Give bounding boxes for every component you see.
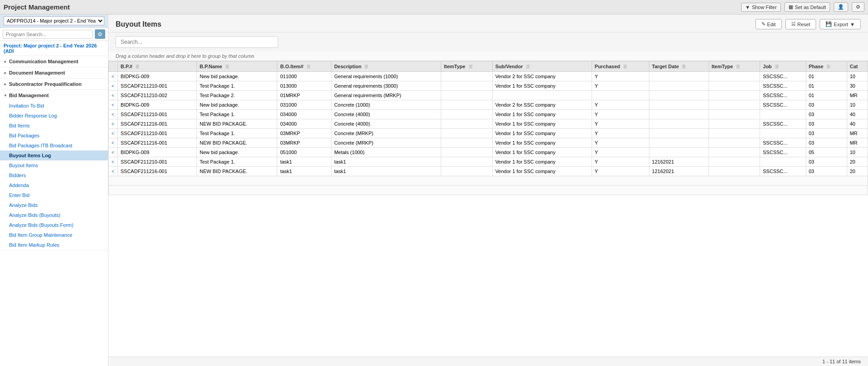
- row-toggle[interactable]: <: [109, 148, 118, 157]
- cell-item-type: [441, 91, 492, 100]
- sidebar-item-addenda[interactable]: Addenda: [0, 180, 108, 190]
- nav-section-header-bid-management[interactable]: ▼ Bid Management: [0, 90, 108, 101]
- sidebar-item-invitation-to-bid[interactable]: Invitation To Bid: [0, 101, 108, 111]
- col-separator[interactable]: ☰: [775, 65, 779, 69]
- cell-cat: 40: [847, 119, 868, 129]
- row-toggle[interactable]: <: [109, 157, 118, 167]
- col-separator[interactable]: ☰: [682, 65, 686, 69]
- show-filter-button[interactable]: ▼ Show Filter: [741, 3, 781, 12]
- nav-section-document: ► Document Management: [0, 67, 108, 79]
- sidebar-item-bid-items[interactable]: Bid Items: [0, 121, 108, 131]
- row-toggle[interactable]: <: [109, 138, 118, 148]
- cell-bo-item: task1: [277, 157, 331, 167]
- search-gear-button[interactable]: ⚙: [95, 29, 105, 39]
- table-row[interactable]: < SSCADF211210-001 Test Package 1. task1…: [109, 157, 868, 167]
- cell-bo-item: 011000: [277, 72, 331, 81]
- cell-bp-num: SSCADF211216-001: [118, 138, 197, 148]
- nav-section-header-subcontractor[interactable]: ► Subcontractor Prequalification: [0, 79, 108, 89]
- col-separator[interactable]: ☰: [135, 65, 139, 69]
- table-row[interactable]: < SSCADF211216-001 NEW BID PACKAGE. task…: [109, 167, 868, 176]
- sidebar-item-bidders[interactable]: Bidders: [0, 170, 108, 180]
- cell-item-type: [441, 100, 492, 110]
- sidebar-item-analyze-bids-buyouts[interactable]: Analyze Bids (Buyouts): [0, 210, 108, 220]
- cell-target-date: [649, 119, 709, 129]
- cell-target-date: [649, 100, 709, 110]
- table-row[interactable]: < SSCADF211216-001 NEW BID PACKAGE. 03MR…: [109, 138, 868, 148]
- reset-button[interactable]: ☵ Reset: [785, 19, 817, 29]
- col-separator[interactable]: ☰: [364, 65, 368, 69]
- sidebar-item-analyze-bids-buyouts-form[interactable]: Analyze Bids (Buyouts Form): [0, 220, 108, 230]
- sidebar-item-buyout-items[interactable]: Buyout Items: [0, 160, 108, 170]
- table-row[interactable]: < BIDPKG-009 New bid package. 031000 Con…: [109, 100, 868, 110]
- cell-item-type2: [709, 148, 760, 157]
- sidebar-item-analyze-bids[interactable]: Analyze Bids: [0, 200, 108, 210]
- cell-bp-num: BIDPKG-009: [118, 148, 197, 157]
- app-title: Project Management: [4, 3, 70, 11]
- export-chevron-icon: ▼: [850, 22, 855, 27]
- table-row[interactable]: < BIDPKG-009 New bid package. 011000 Gen…: [109, 72, 868, 81]
- row-toggle[interactable]: <: [109, 91, 118, 100]
- cell-item-type: [441, 167, 492, 176]
- search-input[interactable]: [3, 30, 93, 39]
- project-label: Project: Major project 2 - End Year 2026…: [0, 41, 108, 56]
- cell-bp-num: BIDPKG-009: [118, 72, 197, 81]
- sidebar-item-enter-bid[interactable]: Enter Bid: [0, 190, 108, 200]
- col-item-type: ItemType ☰: [441, 61, 492, 72]
- table-row[interactable]: < BIDPKG-009 New bid package. 051000 Met…: [109, 148, 868, 157]
- status-footer: 1 - 11 of 11 items: [108, 357, 868, 366]
- col-separator[interactable]: ☰: [526, 65, 530, 69]
- row-toggle[interactable]: <: [109, 100, 118, 110]
- project-select[interactable]: ADFPROJ14 - Major project 2 - End Year 2…: [4, 16, 104, 25]
- table-row[interactable]: < SSCADF211210-001 Test Package 1. 03400…: [109, 110, 868, 119]
- table-row[interactable]: < SSCADF211210-001 Test Package 1. 03MRK…: [109, 129, 868, 138]
- sidebar-item-bid-item-group-maintenance[interactable]: Bid Item Group Maintenance: [0, 230, 108, 240]
- col-separator[interactable]: ☰: [736, 65, 740, 69]
- cell-purchased: Y: [592, 72, 649, 81]
- sidebar-item-bid-packages[interactable]: Bid Packages: [0, 131, 108, 141]
- cell-cat: MR: [847, 138, 868, 148]
- table-row[interactable]: < SSCADF211210-001 Test Package 1. 01300…: [109, 81, 868, 91]
- user-icon-button[interactable]: 👤: [834, 2, 848, 12]
- table-search-input[interactable]: [116, 36, 278, 48]
- cell-bo-item: 034000: [277, 119, 331, 129]
- row-toggle[interactable]: <: [109, 129, 118, 138]
- col-separator[interactable]: ☰: [469, 65, 472, 69]
- nav-section-header-document[interactable]: ► Document Management: [0, 67, 108, 78]
- cell-item-type: [441, 72, 492, 81]
- col-separator[interactable]: ☰: [826, 65, 830, 69]
- cell-cat: 10: [847, 100, 868, 110]
- sidebar-item-buyout-items-log[interactable]: Buyout Items Log: [0, 150, 108, 160]
- cell-description: General requirements (MRKP): [331, 91, 441, 100]
- export-button[interactable]: 💾 Export ▼: [820, 19, 861, 29]
- row-toggle[interactable]: <: [109, 119, 118, 129]
- table-row[interactable]: < SSCADF211210-002 Test Package 2. 01MRK…: [109, 91, 868, 100]
- user-icon: 👤: [838, 4, 844, 10]
- cell-item-type: [441, 110, 492, 119]
- edit-button[interactable]: ✎ Edit: [756, 19, 782, 29]
- row-toggle[interactable]: <: [109, 81, 118, 91]
- cell-cat: MR: [847, 91, 868, 100]
- set-default-button[interactable]: ▦ Set as Default: [784, 2, 830, 12]
- cell-bp-num: SSCADF211210-002: [118, 91, 197, 100]
- row-toggle[interactable]: <: [109, 110, 118, 119]
- cell-cat: 40: [847, 110, 868, 119]
- cell-phase: 03: [806, 110, 847, 119]
- table-row[interactable]: < SSCADF211216-001 NEW BID PACKAGE. 0340…: [109, 119, 868, 129]
- cell-item-type2: [709, 129, 760, 138]
- row-toggle[interactable]: <: [109, 72, 118, 81]
- settings-icon-button[interactable]: ⚙: [852, 2, 864, 12]
- sidebar-item-bid-item-markup-rules[interactable]: Bid Item Markup Rules: [0, 240, 108, 250]
- sidebar-item-bidder-response-log[interactable]: Bidder Response Log: [0, 111, 108, 121]
- nav-section-header-communication[interactable]: ► Communication Management: [0, 56, 108, 67]
- col-separator[interactable]: ☰: [307, 65, 310, 69]
- filter-icon: ▼: [745, 5, 750, 10]
- cell-bp-name: Test Package 2.: [197, 91, 277, 100]
- row-toggle[interactable]: <: [109, 167, 118, 176]
- cell-phase: 03: [806, 167, 847, 176]
- table-container[interactable]: B.P.# ☰ B.P.Name ☰ B.O.Item# ☰ Descrip: [108, 61, 868, 357]
- sidebar-item-bid-packages-itb-broadcast[interactable]: Bid Packages ITB Broadcast: [0, 141, 108, 150]
- cell-sub-vendor: Vendor 1 for SSC company: [492, 81, 592, 91]
- col-separator[interactable]: ☰: [623, 65, 627, 69]
- cell-item-type: [441, 157, 492, 167]
- col-separator[interactable]: ☰: [225, 65, 229, 69]
